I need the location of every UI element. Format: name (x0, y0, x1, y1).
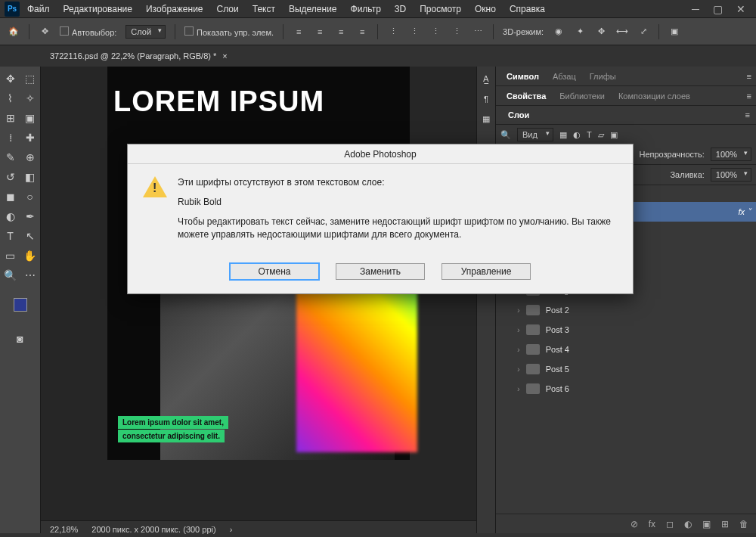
fx-badge[interactable]: fx ˅ (738, 207, 751, 217)
panel-menu-icon[interactable]: ≡ (745, 110, 750, 120)
pan-icon[interactable]: ✦ (574, 26, 586, 38)
chevron-right-icon[interactable]: › (230, 525, 233, 534)
orbit-icon[interactable]: ◉ (553, 26, 565, 38)
stamp-tool-icon[interactable]: ⊕ (21, 148, 39, 166)
foreground-swatch[interactable] (14, 298, 27, 312)
align-icon[interactable]: ≡ (335, 26, 347, 38)
canvas-area[interactable]: LOREM IPSUM Lorem ipsum dolor sit amet, … (41, 67, 476, 533)
para-panel-icon[interactable]: ¶ (484, 95, 488, 104)
filter-shape-icon[interactable]: ▱ (598, 130, 604, 140)
layer-fx-icon[interactable]: fx (649, 519, 655, 529)
cancel-button[interactable]: Отмена (230, 263, 319, 280)
doc-info[interactable]: 2000 пикс. x 2000 пикс. (300 ppi) (91, 525, 215, 534)
background-swatch[interactable] (20, 305, 34, 318)
history-brush-icon[interactable]: ↺ (2, 168, 20, 186)
pen-tool-icon[interactable]: ✒ (21, 207, 39, 225)
layer-dropdown[interactable]: Слой (125, 25, 166, 39)
tab-paragraph[interactable]: Абзац (547, 69, 582, 84)
layer-mask-icon[interactable]: ◻ (666, 519, 674, 529)
new-group-icon[interactable]: ▣ (702, 519, 711, 529)
brush-tool-icon[interactable]: ✎ (2, 148, 20, 166)
eyedropper-tool-icon[interactable]: ⁞ (2, 129, 20, 147)
tab-properties[interactable]: Свойства (500, 88, 552, 104)
menu-view[interactable]: Просмотр (414, 2, 467, 17)
show-controls-check[interactable]: Показать упр. элем. (184, 26, 274, 37)
replace-button[interactable]: Заменить (336, 263, 425, 280)
distribute-icon[interactable]: ⋮ (429, 26, 442, 38)
align-icon[interactable]: ≡ (314, 26, 326, 38)
menu-layers[interactable]: Слои (211, 2, 245, 17)
menu-image[interactable]: Изображение (140, 2, 209, 17)
maximize-icon[interactable]: ▢ (713, 3, 723, 15)
dodge-tool-icon[interactable]: ◐ (2, 207, 20, 225)
menu-file[interactable]: Файл (21, 2, 56, 17)
frame-tool-icon[interactable]: ▣ (21, 109, 39, 127)
fill-field[interactable]: 100% (711, 168, 751, 182)
adjustment-icon[interactable]: ◐ (684, 519, 692, 529)
scale-icon[interactable]: ⤢ (637, 26, 649, 38)
layer-row[interactable]: ›Post 5 (496, 359, 756, 379)
more-tool-icon[interactable]: ⋯ (21, 266, 39, 284)
menu-text[interactable]: Текст (246, 2, 281, 17)
filter-smart-icon[interactable]: ▣ (610, 130, 618, 140)
document-tab[interactable]: 3722116.psd @ 22,2% (Paragraph, RGB/8) *… (41, 45, 237, 67)
chevron-right-icon[interactable]: › (517, 306, 520, 315)
tab-layers[interactable]: Слои (502, 107, 535, 123)
marquee-tool-icon[interactable]: ⬚ (21, 70, 39, 88)
quickmask-icon[interactable]: ◙ (11, 330, 29, 348)
panel-menu-icon[interactable]: ≡ (747, 72, 751, 81)
heal-tool-icon[interactable]: ✚ (21, 129, 39, 147)
swatches-panel-icon[interactable]: ▦ (482, 114, 490, 124)
menu-3d[interactable]: 3D (389, 2, 412, 17)
move-tool-icon[interactable]: ✥ (39, 26, 51, 38)
distribute-icon[interactable]: ⋮ (408, 26, 420, 38)
menu-filter[interactable]: Фильтр (345, 2, 387, 17)
distribute-icon[interactable]: ⋮ (387, 26, 399, 38)
manage-button[interactable]: Управление (442, 263, 531, 280)
shape-tool-icon[interactable]: ▭ (2, 247, 20, 265)
type-tool-icon[interactable]: T (2, 227, 20, 245)
minimize-icon[interactable]: ─ (692, 3, 699, 15)
chevron-right-icon[interactable]: › (517, 384, 520, 393)
menu-help[interactable]: Справка (503, 2, 551, 17)
new-layer-icon[interactable]: ⊞ (721, 519, 729, 529)
eraser-tool-icon[interactable]: ◧ (21, 168, 39, 186)
chevron-right-icon[interactable]: › (517, 325, 520, 334)
filter-type-icon[interactable]: T (587, 130, 592, 139)
move-tool-icon[interactable]: ✥ (2, 70, 20, 88)
tab-glyphs[interactable]: Глифы (584, 69, 622, 84)
path-tool-icon[interactable]: ↖ (21, 227, 39, 245)
layer-row[interactable]: ›Post 6 (496, 379, 756, 399)
home-icon[interactable]: 🏠 (8, 26, 20, 38)
delete-layer-icon[interactable]: 🗑 (739, 519, 748, 529)
layer-filter-dropdown[interactable]: Вид (517, 128, 553, 141)
menu-edit[interactable]: Редактирование (57, 2, 138, 17)
more-icon[interactable]: ⋯ (472, 26, 484, 38)
gradient-tool-icon[interactable]: ◼ (2, 188, 20, 206)
layer-row[interactable]: ›Post 4 (496, 340, 756, 359)
hand-tool-icon[interactable]: ✋ (21, 247, 39, 265)
wand-tool-icon[interactable]: ✧ (21, 89, 39, 107)
chevron-right-icon[interactable]: › (517, 365, 520, 374)
menu-select[interactable]: Выделение (283, 2, 343, 17)
zoom-tool-icon[interactable]: 🔍 (2, 266, 20, 284)
panel-menu-icon[interactable]: ≡ (747, 92, 751, 101)
zoom-level[interactable]: 22,18% (50, 525, 78, 534)
filter-adjust-icon[interactable]: ◐ (573, 130, 581, 140)
crop-tool-icon[interactable]: ⊞ (2, 109, 20, 127)
tab-libraries[interactable]: Библиотеки (553, 88, 611, 104)
tab-layercomps[interactable]: Композиции слоев (612, 88, 696, 104)
autoselect-check[interactable]: Автовыбор: (60, 26, 116, 37)
blur-tool-icon[interactable]: ○ (21, 188, 39, 206)
slide-icon[interactable]: ⟷ (616, 26, 628, 38)
layer-row[interactable]: ›Post 3 (496, 320, 756, 340)
char-panel-icon[interactable]: A̲ (483, 74, 489, 84)
align-icon[interactable]: ≡ (293, 26, 305, 38)
close-icon[interactable]: ✕ (736, 3, 745, 15)
tab-symbol[interactable]: Символ (500, 69, 545, 84)
chevron-right-icon[interactable]: › (517, 345, 520, 354)
close-tab-icon[interactable]: × (222, 51, 227, 61)
lasso-tool-icon[interactable]: ⌇ (2, 89, 20, 107)
align-icon[interactable]: ≡ (356, 26, 368, 38)
menu-window[interactable]: Окно (469, 2, 502, 17)
